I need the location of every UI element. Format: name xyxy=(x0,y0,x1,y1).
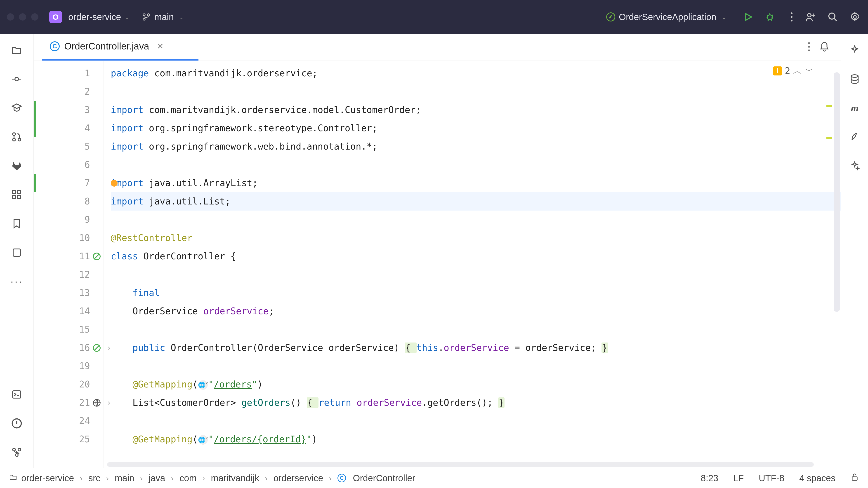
terminal-tool-icon[interactable] xyxy=(10,388,23,401)
database-tool-icon[interactable] xyxy=(848,73,861,86)
code-token: ) xyxy=(312,434,317,445)
svg-point-10 xyxy=(829,13,835,19)
run-button[interactable] xyxy=(742,11,754,23)
vcs-tool-icon[interactable] xyxy=(10,446,23,459)
run-config-selector[interactable]: OrderServiceApplication ⌄ xyxy=(606,12,726,22)
file-encoding[interactable]: UTF-8 xyxy=(759,473,784,483)
code-token: { xyxy=(230,251,236,261)
line-separator[interactable]: LF xyxy=(733,473,744,483)
chevron-down-icon: ⌄ xyxy=(125,13,130,21)
chevron-down-icon: ⌄ xyxy=(179,13,184,21)
horizontal-scrollbar[interactable] xyxy=(107,462,814,467)
project-badge: O xyxy=(49,11,62,23)
code-token: /orders/{orderId} xyxy=(214,434,306,445)
code-token: org.springframework.stereotype.Controlle… xyxy=(144,123,378,133)
structure-tool-icon[interactable] xyxy=(10,188,23,201)
project-selector[interactable]: order-service ⌄ xyxy=(68,12,130,22)
vertical-scrollbar[interactable] xyxy=(834,72,840,312)
minimize-window[interactable] xyxy=(19,13,26,21)
problems-tool-icon[interactable] xyxy=(10,417,23,430)
commit-tool-icon[interactable] xyxy=(10,73,23,86)
gutter-no-entry-icon[interactable] xyxy=(91,343,102,353)
close-window[interactable] xyxy=(7,13,14,21)
branch-selector[interactable]: main ⌄ xyxy=(142,12,184,22)
gutter-endpoint-icon[interactable] xyxy=(91,397,102,408)
warning-count: 2 xyxy=(785,66,790,76)
branch-icon xyxy=(142,13,151,21)
gitlab-tool-icon[interactable] xyxy=(10,160,23,172)
tab-order-controller[interactable]: C OrderController.java ✕ xyxy=(42,34,171,61)
code-token: class xyxy=(111,251,138,261)
svg-marker-4 xyxy=(746,13,752,20)
tab-more-icon[interactable] xyxy=(808,42,810,52)
ai-sparkle-icon[interactable] xyxy=(848,160,861,172)
intention-bulb-icon[interactable] xyxy=(111,180,118,187)
breadcrumb-item[interactable]: maritvandijk xyxy=(211,473,259,483)
prev-highlight-icon[interactable]: ︿ xyxy=(793,65,802,77)
breadcrumb-item[interactable]: orderservice xyxy=(274,473,323,483)
project-tool-icon[interactable] xyxy=(10,44,23,57)
ai-assistant-icon[interactable] xyxy=(848,44,861,57)
chevron-right-icon: › xyxy=(106,474,109,483)
code-token: import xyxy=(111,123,144,133)
code-token: com.maritvandijk.orderservice; xyxy=(149,68,318,78)
svg-point-13 xyxy=(13,133,16,135)
caret-position[interactable]: 8:23 xyxy=(701,473,718,483)
svg-point-8 xyxy=(791,20,793,22)
debug-button[interactable] xyxy=(764,11,776,23)
more-actions-icon[interactable] xyxy=(785,11,798,23)
error-stripe-marker[interactable] xyxy=(827,105,832,107)
breadcrumb-item[interactable]: order-service xyxy=(21,473,74,483)
code-token: " xyxy=(208,379,214,390)
editor[interactable]: 1 2 3 4 5 6 7 8 9 10 11 12 13 14 15 16 xyxy=(34,61,841,468)
code-token: import xyxy=(111,196,144,206)
warning-icon: ! xyxy=(773,66,782,75)
indent-settings[interactable]: 4 spaces xyxy=(799,473,835,483)
url-inlay-icon[interactable]: 🌐˅ xyxy=(198,380,208,390)
svg-point-0 xyxy=(143,14,145,16)
maximize-window[interactable] xyxy=(31,13,38,21)
settings-icon[interactable] xyxy=(848,11,861,23)
code-token: org.springframework.web.bind.annotation.… xyxy=(144,141,378,152)
code-token: " xyxy=(208,434,214,445)
line-number: 7 xyxy=(74,174,90,192)
svg-point-32 xyxy=(851,75,858,77)
code-token: orderService xyxy=(444,343,509,353)
more-tools-icon[interactable]: ··· xyxy=(10,275,23,288)
pull-requests-icon[interactable] xyxy=(10,131,23,143)
code-token: com.maritvandijk.orderservice.model.Cust… xyxy=(144,105,421,115)
error-stripe-marker[interactable] xyxy=(827,137,832,139)
code-area[interactable]: ! 2 ︿ ﹀ package com.maritvandijk.orderse… xyxy=(104,61,841,468)
code-token: ( xyxy=(192,379,198,390)
code-token: OrderController xyxy=(138,251,230,261)
code-token: import xyxy=(111,141,144,152)
line-number: 16 xyxy=(74,339,90,357)
breadcrumb-item[interactable]: src xyxy=(88,473,100,483)
close-tab-icon[interactable]: ✕ xyxy=(157,41,164,51)
search-icon[interactable] xyxy=(827,11,839,23)
code-token: orderService xyxy=(203,306,269,316)
svg-rect-19 xyxy=(18,196,21,199)
maven-tool-icon[interactable]: m xyxy=(848,102,861,114)
gutter-no-entry-icon[interactable] xyxy=(91,251,102,262)
learn-tool-icon[interactable] xyxy=(10,102,23,114)
code-token: () xyxy=(290,397,307,408)
notifications-icon[interactable] xyxy=(819,41,830,53)
bookmarks-tool-icon[interactable] xyxy=(10,217,23,230)
breadcrumb-item[interactable]: java xyxy=(149,473,165,483)
line-number: 8 xyxy=(74,192,90,210)
code-token: { xyxy=(307,397,318,408)
code-token: ( xyxy=(192,434,198,445)
breadcrumb-item[interactable]: com xyxy=(180,473,197,483)
line-number: 10 xyxy=(74,229,90,247)
line-number: 24 xyxy=(74,412,90,430)
inspections-widget[interactable]: ! 2 ︿ ﹀ xyxy=(773,65,814,77)
next-highlight-icon[interactable]: ﹀ xyxy=(805,65,814,77)
code-with-me-icon[interactable] xyxy=(804,11,817,23)
spring-tool-icon[interactable] xyxy=(848,131,861,143)
build-tool-icon[interactable] xyxy=(10,246,23,259)
breadcrumb-leaf[interactable]: OrderController xyxy=(353,473,415,483)
url-inlay-icon[interactable]: 🌐˅ xyxy=(198,435,208,445)
breadcrumb-item[interactable]: main xyxy=(115,473,134,483)
readonly-lock-icon[interactable] xyxy=(850,473,859,484)
